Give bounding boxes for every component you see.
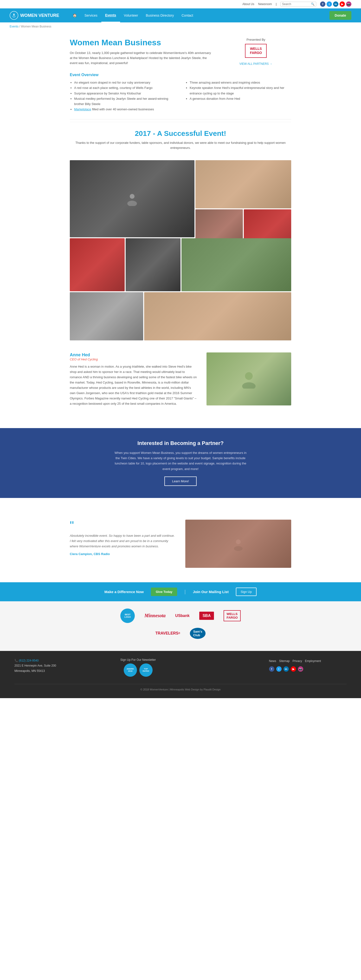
footer-newsletter: Sign Up For Our Newsletter AWARD2018 TOP… [100, 658, 177, 679]
nav-services[interactable]: Services [81, 8, 101, 22]
footer-sitemap-link[interactable]: Sitemap [279, 658, 290, 664]
cta-divider: | [184, 589, 185, 595]
footer-privacy-link[interactable]: Privacy [293, 658, 302, 664]
wells-fargo-logo: WELLS FARGO [245, 44, 267, 58]
learn-more-button[interactable]: Learn More! [165, 477, 196, 486]
best-logo: BESTLOGO [120, 609, 135, 623]
search-input[interactable] [282, 2, 311, 6]
testimonial-section: " Absolutely incredible event. So happy … [70, 512, 291, 575]
quote-author: Ciera Campion, CBS Radio [70, 552, 110, 556]
svg-point-3 [245, 372, 253, 380]
page-title: Women Mean Business [70, 38, 211, 47]
footer-grid: 📞 (612) 224-9540 2021 E Hennepin Ave, Su… [14, 658, 347, 679]
badge-1: AWARD2018 [124, 663, 137, 677]
about-link[interactable]: About Us [242, 2, 254, 6]
success-title: 2017 - A Successful Event! [70, 129, 291, 138]
photo-right-col [195, 160, 291, 237]
view-partners-link[interactable]: VIEW ALL PARTNERS → [221, 62, 291, 65]
badge-row: AWARD2018 TOPRATED [100, 663, 177, 677]
testimonial-photo [185, 520, 291, 568]
search-box[interactable]: 🔍 [280, 2, 316, 6]
nav-business-directory[interactable]: Business Directory [142, 8, 178, 22]
divider [70, 119, 291, 119]
event-overview-title: Event Overview [70, 73, 291, 77]
instagram-icon[interactable]: 📷 [346, 2, 352, 7]
photo-row-3 [70, 292, 291, 340]
photo-row-2 [70, 238, 291, 291]
cta-right-text: Join Our Mailing List [193, 590, 229, 594]
footer-facebook-icon[interactable]: f [269, 667, 274, 671]
svg-point-1 [130, 194, 135, 199]
nav-events[interactable]: Events [101, 8, 120, 22]
list-item: Surprise appearance by Senator Amy Klobu… [74, 91, 176, 96]
footer-news-link[interactable]: News [269, 658, 276, 664]
list-item: Keynote speaker Anne Hed's impactful ent… [190, 85, 291, 96]
presented-by-label: Presented By [221, 38, 291, 41]
breadcrumb: Events / Women Mean Business [0, 22, 361, 30]
footer-employment-link[interactable]: Employment [305, 658, 321, 664]
overview-grid: An elegant room draped in red for our ru… [70, 80, 291, 112]
nav-contact[interactable]: Contact [177, 8, 197, 22]
sponsor-sba: SBA [199, 612, 214, 620]
sba-logo: SBA [199, 612, 214, 620]
footer-copyright: © 2018 WomenVenture | Minneapolis Web De… [14, 684, 347, 691]
sign-up-button[interactable]: Sign Up [236, 587, 256, 596]
photo-5 [70, 238, 125, 291]
photo-7 [182, 238, 291, 291]
overview-right: Three amazing award winners and inspirin… [185, 80, 291, 112]
social-icons: f t in ▶ 📷 [320, 2, 352, 7]
marketplace-link[interactable]: Marketplace [74, 107, 91, 111]
photo-1 [70, 160, 195, 237]
success-section: 2017 - A Successful Event! Thanks to the… [70, 122, 291, 155]
photo-grid [70, 160, 291, 340]
footer-youtube-icon[interactable]: ▶ [291, 667, 296, 671]
footer-linkedin-icon[interactable]: in [283, 667, 289, 671]
footer-twitter-icon[interactable]: t [276, 667, 282, 671]
breadcrumb-events[interactable]: Events [10, 25, 19, 28]
wells-fargo-text: WELLS FARGO [250, 47, 262, 55]
overview-right-list: Three amazing award winners and inspirin… [185, 80, 291, 101]
youtube-icon[interactable]: ▶ [340, 2, 345, 7]
footer-spacer [184, 658, 262, 679]
give-today-button[interactable]: Give Today [151, 587, 177, 596]
linkedin-icon[interactable]: in [333, 2, 338, 7]
search-icon[interactable]: 🔍 [311, 2, 315, 6]
testimonial-area: " Absolutely incredible event. So happy … [65, 505, 296, 582]
sponsor-travelers: TRAVELERS® [155, 631, 180, 635]
facebook-icon[interactable]: f [320, 2, 325, 7]
list-item: A red rose at each place setting, courte… [74, 85, 176, 91]
photo-2 [195, 160, 291, 208]
top-left: Women Mean Business On October 13, nearl… [70, 38, 211, 65]
twitter-icon[interactable]: t [326, 2, 332, 7]
nav-links: 🏠 Services Events Volunteer Business Dir… [69, 8, 329, 22]
photo-row-1 [70, 160, 291, 237]
overview-left-list: An elegant room draped in red for our ru… [70, 80, 176, 112]
footer-instagram-icon[interactable]: 📷 [298, 667, 303, 671]
newsroom-link[interactable]: Newsroom [258, 2, 272, 6]
sponsors-row-2: TRAVELERS® Sam'sClub [10, 628, 352, 639]
speaker-photo [206, 352, 291, 406]
top-section: Women Mean Business On October 13, nearl… [70, 38, 291, 65]
quote-text: Absolutely incredible event. So happy to… [70, 533, 176, 549]
nav-volunteer[interactable]: Volunteer [120, 8, 142, 22]
partner-section: Interested in Becoming a Partner? When y… [0, 428, 361, 498]
cta-left-text: Make a Difference Now [104, 590, 144, 594]
donate-button[interactable]: Donate [329, 11, 352, 20]
breadcrumb-current: Women Mean Business [21, 25, 52, 28]
photo-9 [144, 292, 291, 340]
sponsor-wells-fargo: WELLSFARGO [223, 610, 241, 621]
list-item: An elegant room draped in red for our ru… [74, 80, 176, 85]
sponsors-bar: BESTLOGO Minnesota USbank SBA WELLSFARGO… [0, 601, 361, 651]
footer-address-1: 2021 E Hennepin Ave, Suite 200 [14, 663, 92, 668]
top-right: Presented By WELLS FARGO VIEW ALL PARTNE… [221, 38, 291, 65]
overview-left: An elegant room draped in red for our ru… [70, 80, 176, 112]
speaker-bio: Anne Hed is a woman in motion. As a youn… [70, 364, 197, 407]
footer-social: f t in ▶ 📷 [269, 667, 347, 671]
list-item: Marketplace filled with over 40 women-ow… [74, 107, 176, 112]
logo-text: WOMEN VENTURE [20, 13, 59, 18]
cta-banner: Make a Difference Now Give Today | Join … [0, 582, 361, 601]
logo[interactable]: WOMEN VENTURE [10, 11, 59, 20]
nav-home[interactable]: 🏠 [69, 8, 81, 22]
logo-icon [10, 11, 18, 20]
photo-8 [70, 292, 143, 340]
